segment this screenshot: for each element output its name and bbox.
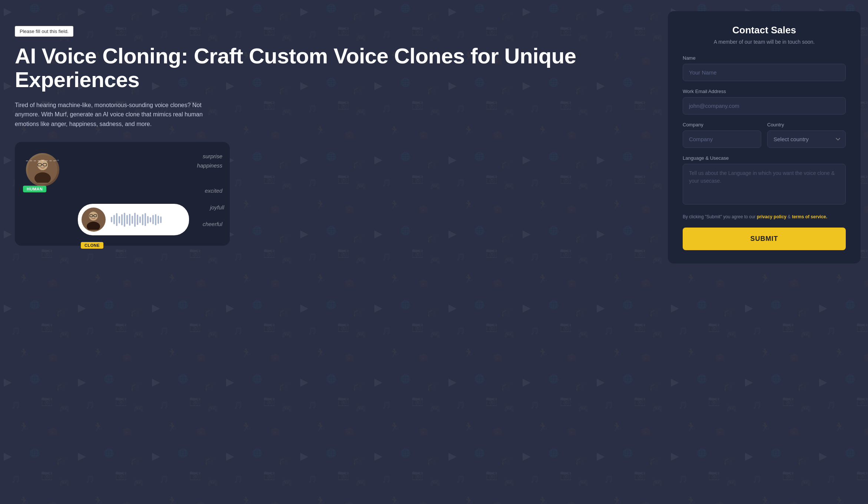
- form-subtitle: A member of our team will be in touch so…: [683, 39, 846, 45]
- form-footer-text: By clicking "Submit" you agree to our pr…: [683, 213, 846, 220]
- email-field-group: Work Email Address: [683, 89, 846, 115]
- footer-prefix: By clicking "Submit" you agree to our: [683, 214, 757, 219]
- name-field-group: Name: [683, 55, 846, 81]
- form-title: Contact Sales: [683, 24, 846, 36]
- svg-point-1: [34, 172, 51, 183]
- sub-text: Tired of hearing machine-like, monotonou…: [15, 100, 222, 129]
- content-area: Please fill out this field. AI Voice Clo…: [0, 0, 868, 504]
- page-wrapper: Please fill out this field. AI Voice Clo…: [0, 0, 868, 504]
- emotion-happiness: happiness: [197, 162, 222, 169]
- emotion-cheerful: cheerful: [203, 221, 222, 227]
- footer-and: &: [788, 214, 792, 219]
- submit-button[interactable]: SUBMIT: [683, 228, 846, 250]
- company-country-row: Company Country Select country United St…: [683, 122, 846, 148]
- country-label: Country: [767, 122, 846, 127]
- emotion-excited: excited: [205, 188, 222, 194]
- demo-card: HUMAN surprise happiness: [15, 142, 230, 246]
- tooltip-box: Please fill out this field.: [15, 26, 73, 37]
- human-avatar-face: [28, 155, 57, 185]
- emotion-words: surprise happiness: [197, 153, 222, 172]
- name-label: Name: [683, 55, 846, 61]
- email-label: Work Email Address: [683, 89, 846, 94]
- country-field-group: Country Select country United States Uni…: [767, 122, 846, 148]
- main-heading: AI Voice Cloning: Craft Custom Voice Clo…: [15, 44, 646, 92]
- company-field-group: Company: [683, 122, 761, 148]
- privacy-policy-link[interactable]: privacy policy: [757, 214, 786, 219]
- language-textarea[interactable]: [683, 164, 846, 205]
- emotion-surprise: surprise: [197, 153, 222, 159]
- name-input[interactable]: [683, 64, 846, 81]
- clone-label: CLONE: [81, 242, 103, 249]
- clone-avatar: [82, 208, 106, 232]
- emotion-joyfull: joyfull: [210, 204, 224, 210]
- clone-card: [78, 204, 189, 235]
- country-select[interactable]: Select country United States United King…: [767, 130, 846, 148]
- waveform: [111, 212, 162, 227]
- clone-arrow: [26, 160, 56, 161]
- language-field-group: Language & Usecase: [683, 155, 846, 206]
- language-label: Language & Usecase: [683, 155, 846, 161]
- svg-point-7: [87, 222, 100, 230]
- left-panel: Please fill out this field. AI Voice Clo…: [15, 11, 657, 246]
- email-input[interactable]: [683, 97, 846, 115]
- tos-link[interactable]: terms of service.: [792, 214, 827, 219]
- contact-form-panel: Contact Sales A member of our team will …: [668, 11, 861, 263]
- company-label: Company: [683, 122, 761, 127]
- human-label: HUMAN: [23, 186, 46, 192]
- tooltip-text: Please fill out this field.: [20, 29, 69, 34]
- svg-point-2: [37, 160, 48, 170]
- company-input[interactable]: [683, 130, 761, 148]
